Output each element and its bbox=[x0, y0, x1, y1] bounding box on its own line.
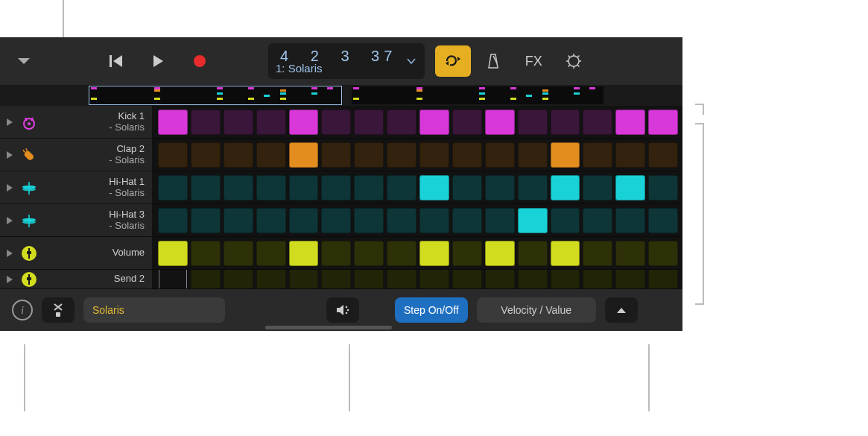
preview-sound-button[interactable] bbox=[326, 297, 359, 323]
row-header-volume[interactable]: Volume bbox=[0, 237, 152, 270]
step-cell[interactable] bbox=[583, 208, 612, 233]
step-cell[interactable] bbox=[452, 208, 482, 233]
step-cell[interactable] bbox=[224, 142, 253, 168]
step-cell[interactable] bbox=[551, 241, 580, 266]
step-cell[interactable] bbox=[354, 110, 384, 135]
step-cell[interactable] bbox=[354, 241, 384, 266]
step-cell[interactable] bbox=[224, 241, 253, 266]
step-cell[interactable] bbox=[615, 110, 645, 135]
horizontal-scrollbar[interactable] bbox=[265, 326, 392, 329]
step-cell[interactable] bbox=[615, 241, 645, 266]
step-cell[interactable] bbox=[518, 208, 548, 233]
pattern-name-field[interactable]: Solaris bbox=[83, 297, 225, 323]
step-cell[interactable] bbox=[648, 175, 678, 200]
play-row-icon[interactable] bbox=[4, 118, 15, 127]
step-cell[interactable] bbox=[158, 270, 188, 289]
step-cell[interactable] bbox=[191, 270, 221, 289]
step-cell[interactable] bbox=[158, 110, 188, 135]
step-cell[interactable] bbox=[387, 241, 416, 266]
step-cell[interactable] bbox=[452, 110, 482, 135]
step-cell[interactable] bbox=[158, 241, 188, 266]
step-cell[interactable] bbox=[485, 110, 515, 135]
view-menu-button[interactable] bbox=[6, 45, 42, 77]
step-cell[interactable] bbox=[648, 270, 678, 289]
step-cell[interactable] bbox=[648, 241, 678, 266]
step-cell[interactable] bbox=[419, 241, 449, 266]
step-cell[interactable] bbox=[518, 110, 548, 135]
step-cell[interactable] bbox=[551, 110, 580, 135]
go-to-start-button[interactable] bbox=[98, 45, 134, 77]
step-cell[interactable] bbox=[452, 142, 482, 168]
step-cell[interactable] bbox=[583, 241, 612, 266]
record-button[interactable] bbox=[182, 45, 218, 77]
step-onoff-mode-button[interactable]: Step On/Off bbox=[395, 297, 468, 323]
step-cell[interactable] bbox=[289, 270, 319, 289]
step-cell[interactable] bbox=[387, 175, 416, 200]
velocity-value-mode-button[interactable]: Velocity / Value bbox=[477, 297, 596, 323]
loop-button[interactable] bbox=[435, 45, 471, 77]
step-cell[interactable] bbox=[583, 142, 612, 168]
step-cell[interactable] bbox=[354, 175, 384, 200]
row-header-hihat3[interactable]: Hi-Hat 3- Solaris bbox=[0, 204, 152, 237]
step-cell[interactable] bbox=[615, 208, 645, 233]
step-cell[interactable] bbox=[387, 110, 416, 135]
step-cell[interactable] bbox=[583, 110, 612, 135]
step-cell[interactable] bbox=[289, 110, 319, 135]
step-cell[interactable] bbox=[256, 175, 286, 200]
step-cell[interactable] bbox=[648, 110, 678, 135]
step-cell[interactable] bbox=[518, 175, 548, 200]
row-header-hihat1[interactable]: Hi-Hat 1- Solaris bbox=[0, 171, 152, 204]
step-cell[interactable] bbox=[158, 142, 188, 168]
step-cell[interactable] bbox=[158, 208, 188, 233]
step-cell[interactable] bbox=[419, 110, 449, 135]
close-stop-button[interactable] bbox=[42, 297, 75, 323]
step-cell[interactable] bbox=[354, 270, 384, 289]
step-cell[interactable] bbox=[191, 241, 221, 266]
step-cell[interactable] bbox=[256, 270, 286, 289]
step-cell[interactable] bbox=[485, 142, 515, 168]
step-cell[interactable] bbox=[615, 270, 645, 289]
step-cell[interactable] bbox=[419, 270, 449, 289]
expand-up-button[interactable] bbox=[605, 297, 638, 323]
step-cell[interactable] bbox=[452, 241, 482, 266]
chevron-down-icon[interactable] bbox=[405, 55, 417, 67]
step-cell[interactable] bbox=[648, 208, 678, 233]
step-cell[interactable] bbox=[191, 142, 221, 168]
step-cell[interactable] bbox=[485, 208, 515, 233]
row-header-send2[interactable]: Send 2 bbox=[0, 270, 152, 289]
step-cell[interactable] bbox=[419, 208, 449, 233]
step-cell[interactable] bbox=[191, 208, 221, 233]
fx-button[interactable]: FX bbox=[516, 45, 551, 77]
info-button[interactable]: i bbox=[12, 300, 33, 320]
step-cell[interactable] bbox=[518, 241, 548, 266]
step-cell[interactable] bbox=[387, 142, 416, 168]
step-cell[interactable] bbox=[158, 175, 188, 200]
play-row-icon[interactable] bbox=[4, 216, 15, 225]
step-cell[interactable] bbox=[289, 241, 319, 266]
step-cell[interactable] bbox=[551, 175, 580, 200]
step-cell[interactable] bbox=[224, 110, 253, 135]
step-cell[interactable] bbox=[452, 175, 482, 200]
step-cell[interactable] bbox=[485, 241, 515, 266]
step-cell[interactable] bbox=[191, 175, 221, 200]
step-cell[interactable] bbox=[289, 175, 319, 200]
step-cell[interactable] bbox=[551, 142, 580, 168]
step-cell[interactable] bbox=[191, 110, 221, 135]
step-cell[interactable] bbox=[518, 270, 548, 289]
step-cell[interactable] bbox=[354, 142, 384, 168]
step-cell[interactable] bbox=[419, 142, 449, 168]
step-cell[interactable] bbox=[321, 110, 351, 135]
play-button[interactable] bbox=[140, 45, 176, 77]
step-cell[interactable] bbox=[289, 208, 319, 233]
step-cell[interactable] bbox=[551, 208, 580, 233]
pattern-overview-page-2[interactable] bbox=[352, 86, 604, 104]
step-cell[interactable] bbox=[321, 175, 351, 200]
metronome-button[interactable] bbox=[475, 45, 511, 77]
step-cell[interactable] bbox=[551, 270, 580, 289]
step-cell[interactable] bbox=[615, 142, 645, 168]
step-cell[interactable] bbox=[256, 241, 286, 266]
row-header-kick1[interactable]: Kick 1- Solaris bbox=[0, 106, 152, 139]
settings-button[interactable] bbox=[556, 45, 592, 77]
play-row-icon[interactable] bbox=[4, 275, 15, 284]
step-cell[interactable] bbox=[354, 208, 384, 233]
